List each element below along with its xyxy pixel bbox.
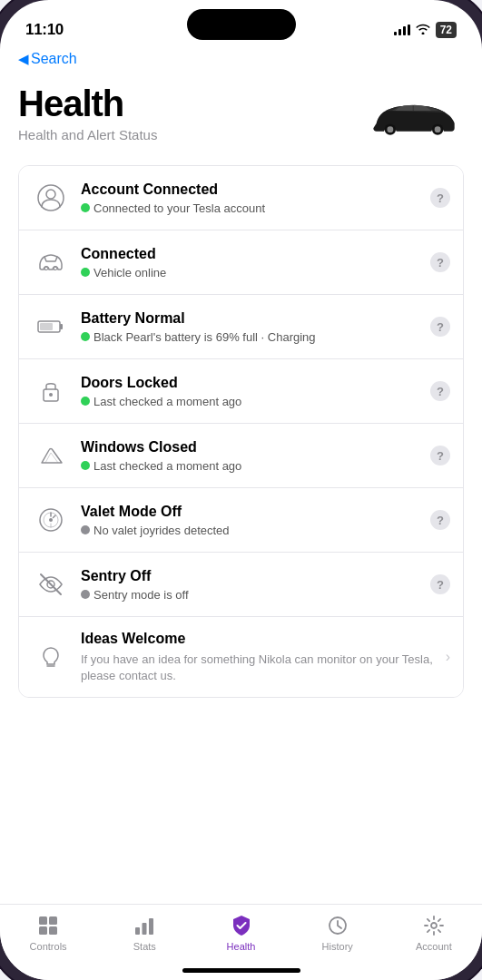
- item-subtitle: If you have an idea for something Nikola…: [81, 652, 438, 684]
- svg-rect-10: [40, 323, 53, 330]
- svg-rect-22: [49, 926, 57, 935]
- help-button[interactable]: ?: [430, 252, 450, 272]
- status-dot-green: [81, 397, 90, 406]
- item-subtitle: Sentry mode is off: [81, 588, 423, 602]
- item-subtitle: Black Pearl's battery is 69% full · Char…: [81, 330, 423, 344]
- tab-health-label: Health: [227, 941, 256, 952]
- list-item[interactable]: Ideas Welcome If you have an idea for so…: [19, 617, 463, 697]
- car-icon: [32, 243, 70, 281]
- tab-stats[interactable]: Stats: [96, 914, 192, 952]
- status-dot-green: [81, 203, 90, 212]
- bulb-icon: [32, 638, 70, 676]
- status-list: Account Connected Connected to your Tesl…: [18, 165, 464, 698]
- status-dot-green: [81, 461, 90, 470]
- list-item[interactable]: Doors Locked Last checked a moment ago ?: [19, 359, 463, 424]
- shield-check-icon: [230, 914, 253, 937]
- list-item[interactable]: Valet Mode Off No valet joyrides detecte…: [19, 488, 463, 553]
- status-icons: 72: [394, 22, 457, 38]
- item-title: Connected: [81, 245, 423, 264]
- page-subtitle: Health and Alert Status: [18, 127, 157, 142]
- item-subtitle: Vehicle online: [81, 266, 423, 279]
- svg-point-5: [46, 190, 55, 199]
- status-time: 11:10: [25, 21, 64, 39]
- svg-point-12: [49, 393, 53, 397]
- tab-history[interactable]: History: [290, 914, 386, 952]
- svg-rect-23: [135, 927, 140, 935]
- help-button[interactable]: ?: [430, 446, 450, 466]
- tab-health[interactable]: Health: [192, 914, 289, 952]
- help-button[interactable]: ?: [430, 510, 450, 530]
- help-button[interactable]: ?: [430, 574, 450, 594]
- battery-icon: 72: [436, 22, 457, 38]
- back-nav[interactable]: ◀ Search: [0, 47, 482, 74]
- clock-icon: [326, 914, 349, 937]
- svg-rect-20: [49, 916, 57, 925]
- svg-point-3: [435, 126, 441, 132]
- lock-icon: [32, 372, 70, 410]
- grid-icon: [36, 914, 60, 937]
- list-item[interactable]: Account Connected Connected to your Tesl…: [19, 166, 463, 230]
- list-item[interactable]: Connected Vehicle online ?: [19, 230, 463, 295]
- svg-rect-21: [39, 926, 47, 935]
- dynamic-island: [187, 9, 296, 40]
- help-button[interactable]: ?: [430, 381, 450, 401]
- sentry-icon: [32, 565, 70, 603]
- back-button[interactable]: ◀ Search: [18, 51, 77, 67]
- svg-point-1: [387, 126, 393, 132]
- list-item[interactable]: Windows Closed Last checked a moment ago…: [19, 424, 463, 488]
- svg-point-27: [431, 923, 437, 928]
- status-dot-green: [81, 332, 90, 341]
- list-item[interactable]: Battery Normal Black Pearl's battery is …: [19, 295, 463, 359]
- help-button[interactable]: ?: [430, 188, 450, 208]
- signal-icon: [394, 24, 410, 35]
- phone-frame: 11:10 72 ◀ Search: [0, 0, 482, 980]
- chevron-left-icon: ◀: [18, 51, 29, 67]
- car-image: [364, 91, 464, 145]
- wifi-icon: [416, 23, 430, 37]
- svg-point-15: [49, 518, 53, 522]
- back-label: Search: [31, 51, 77, 67]
- item-title: Ideas Welcome: [81, 630, 438, 649]
- item-title: Sentry Off: [81, 567, 423, 586]
- svg-rect-19: [39, 916, 47, 925]
- status-bar: 11:10 72: [0, 0, 482, 47]
- status-dot-gray: [81, 525, 90, 534]
- gear-icon: [422, 914, 446, 937]
- valet-icon: [32, 501, 70, 539]
- item-title: Battery Normal: [81, 309, 423, 328]
- item-subtitle: No valet joyrides detected: [81, 524, 423, 537]
- item-title: Valet Mode Off: [81, 503, 423, 522]
- tab-controls-label: Controls: [30, 941, 67, 952]
- item-title: Windows Closed: [81, 438, 423, 457]
- item-title: Doors Locked: [81, 374, 423, 393]
- item-title: Account Connected: [81, 181, 423, 200]
- item-subtitle: Last checked a moment ago: [81, 395, 423, 408]
- chevron-right-icon: ›: [446, 649, 450, 665]
- person-icon: [32, 179, 70, 217]
- page-header: Health Health and Alert Status: [18, 74, 464, 149]
- status-dot-green: [81, 268, 90, 277]
- svg-rect-25: [149, 918, 153, 935]
- chart-icon: [133, 914, 156, 937]
- item-subtitle: Connected to your Tesla account: [81, 201, 423, 215]
- list-item[interactable]: Sentry Off Sentry mode is off ?: [19, 553, 463, 617]
- battery-level: 72: [440, 24, 452, 36]
- battery-status-icon: [32, 308, 70, 346]
- window-icon: [32, 436, 70, 475]
- help-button[interactable]: ?: [430, 317, 450, 337]
- svg-rect-24: [143, 923, 147, 935]
- tab-account[interactable]: Account: [386, 914, 482, 952]
- page-title: Health: [18, 83, 157, 123]
- tab-history-label: History: [322, 941, 353, 952]
- item-subtitle: Last checked a moment ago: [81, 459, 423, 473]
- tab-stats-label: Stats: [133, 941, 156, 952]
- status-dot-gray: [81, 590, 90, 599]
- tab-account-label: Account: [416, 941, 452, 952]
- tab-controls[interactable]: Controls: [0, 914, 96, 952]
- svg-rect-9: [60, 324, 63, 329]
- home-indicator: [182, 968, 300, 973]
- main-content: Health Health and Alert Status: [0, 74, 482, 898]
